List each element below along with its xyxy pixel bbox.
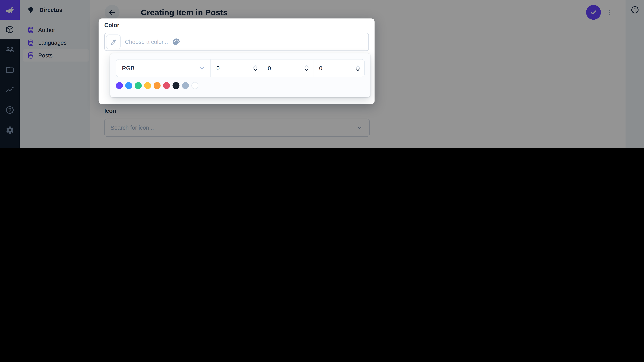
swatch-red[interactable] — [163, 82, 170, 89]
chevron-down-icon — [252, 68, 258, 72]
channel-r-stepper[interactable] — [252, 64, 258, 72]
color-placeholder: Choose a color... — [125, 38, 168, 45]
swatch-row — [116, 82, 365, 89]
channel-g-stepper[interactable] — [304, 64, 309, 72]
swatch-blue[interactable] — [125, 82, 132, 89]
chevron-up-icon — [304, 64, 309, 68]
channel-g-input[interactable]: 0 — [262, 59, 313, 77]
app-window: Directus Author Languages Posts — [0, 0, 644, 148]
eyedropper-button[interactable] — [106, 34, 121, 49]
color-dropdown-panel: RGB 0 0 — [110, 53, 370, 97]
color-mode-select[interactable]: RGB — [116, 59, 211, 77]
chevron-down-icon — [304, 68, 309, 72]
chevron-up-icon — [252, 64, 258, 68]
swatch-gray[interactable] — [182, 82, 189, 89]
channel-r-input[interactable]: 0 — [211, 59, 262, 77]
swatch-purple[interactable] — [116, 82, 123, 89]
swatch-black[interactable] — [172, 82, 180, 89]
channel-b-input[interactable]: 0 — [314, 59, 364, 77]
palette-icon[interactable] — [172, 38, 180, 46]
eyedropper-icon — [110, 38, 117, 45]
swatch-orange[interactable] — [154, 82, 161, 89]
color-picker-card: Color Choose a color... RGB — [98, 18, 375, 104]
chevron-up-icon — [355, 64, 360, 68]
channel-b-value: 0 — [319, 65, 322, 71]
channel-b-stepper[interactable] — [355, 64, 360, 72]
color-input[interactable]: Choose a color... — [104, 33, 369, 51]
swatch-green[interactable] — [135, 82, 142, 89]
color-field-label: Color — [104, 22, 369, 28]
color-mode-value: RGB — [122, 65, 134, 71]
chevron-down-icon — [355, 68, 360, 72]
swatch-white[interactable] — [191, 82, 198, 89]
channel-g-value: 0 — [268, 65, 271, 71]
swatch-yellow[interactable] — [144, 82, 151, 89]
channel-r-value: 0 — [216, 65, 220, 71]
chevron-down-icon — [199, 65, 205, 71]
rgb-row: RGB 0 0 — [116, 59, 365, 77]
